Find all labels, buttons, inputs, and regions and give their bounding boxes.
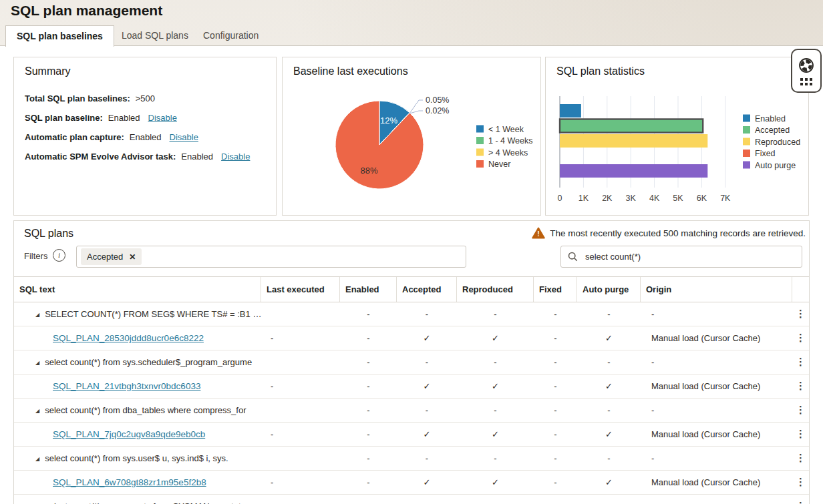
cell-reproduced: ✓ bbox=[457, 477, 534, 487]
x-tick-label: 3K bbox=[626, 194, 637, 203]
row-actions-menu-icon[interactable]: ⋮ bbox=[796, 477, 806, 487]
legend-item[interactable]: Accepted bbox=[743, 125, 790, 135]
baseline-last-executions-pie-chart: 12%88%0.05%0.02%< 1 Week1 - 4 Weeks> 4 W… bbox=[283, 57, 540, 214]
expand-row-icon[interactable]: ◢ bbox=[35, 312, 39, 318]
search-box bbox=[560, 246, 802, 268]
pie-value-label: 12% bbox=[380, 115, 397, 125]
column-header-enabled[interactable]: Enabled bbox=[340, 277, 397, 302]
cell-origin: Manual load (Cursor Cache) bbox=[641, 381, 792, 391]
legend-label: 1 - 4 Weeks bbox=[488, 136, 532, 146]
legend-label: Reproduced bbox=[755, 138, 800, 147]
cell-reproduced: - bbox=[457, 501, 534, 504]
cell-reproduced: ✓ bbox=[457, 333, 534, 343]
tab-configuration[interactable]: Configuration bbox=[192, 25, 269, 46]
records-warning: ! The most recently executed 500 matchin… bbox=[532, 227, 806, 239]
cell-last-executed: - bbox=[261, 477, 340, 487]
legend-label: Accepted bbox=[755, 125, 790, 135]
plan-baseline-link[interactable]: SQL_PLAN_6w708gt88zr1m95e5f2b8 bbox=[53, 477, 206, 487]
cell-auto-purge: - bbox=[577, 357, 641, 367]
row-actions-menu-icon[interactable]: ⋮ bbox=[796, 429, 806, 439]
cell-auto-purge: ✓ bbox=[577, 381, 641, 391]
bar-auto-purge[interactable] bbox=[560, 164, 707, 178]
column-header-actions bbox=[792, 277, 809, 302]
bar-accepted[interactable] bbox=[560, 119, 703, 133]
legend-item[interactable]: > 4 Weeks bbox=[476, 148, 528, 158]
legend-item[interactable]: < 1 Week bbox=[476, 125, 524, 134]
cell-actions: ⋮ bbox=[792, 333, 809, 343]
disable-link[interactable]: Disable bbox=[170, 132, 198, 142]
group-sql-text: SELECT COUNT(*) FROM SEG$ WHERE TS# = :B… bbox=[45, 309, 261, 319]
chip-close-icon[interactable]: ✕ bbox=[129, 252, 136, 262]
summary-row-label: Automatic plan capture: bbox=[25, 132, 124, 142]
tab-load-sql-plans[interactable]: Load SQL plans bbox=[111, 25, 199, 46]
cell-enabled: - bbox=[340, 501, 397, 504]
life-ring-icon bbox=[798, 57, 815, 74]
cell-actions: ⋮ bbox=[792, 477, 809, 487]
svg-text:!: ! bbox=[538, 230, 540, 238]
legend-item[interactable]: Reproduced bbox=[743, 138, 800, 147]
cell-sql-text: ◢select count(*) from sys.user$ u, sys.i… bbox=[14, 453, 261, 463]
column-header-sql-text[interactable]: SQL text bbox=[14, 277, 261, 302]
legend-swatch bbox=[476, 137, 484, 144]
column-header-origin[interactable]: Origin bbox=[641, 277, 792, 302]
row-actions-menu-icon[interactable]: ⋮ bbox=[796, 309, 806, 319]
column-header-last-executed[interactable]: Last executed bbox=[261, 277, 340, 302]
row-actions-menu-icon[interactable]: ⋮ bbox=[796, 405, 806, 415]
legend-label: Enabled bbox=[755, 114, 786, 123]
plan-baseline-link[interactable]: SQL_PLAN_7jq0c2ugv8a9qde9eb0cb bbox=[53, 429, 205, 439]
pie-slice-3[interactable] bbox=[335, 101, 424, 189]
expand-row-icon[interactable]: ◢ bbox=[35, 456, 39, 462]
legend-item[interactable]: Auto purge bbox=[743, 161, 796, 170]
cell-auto-purge: - bbox=[577, 405, 641, 415]
legend-swatch bbox=[743, 126, 750, 134]
expand-row-icon[interactable]: ◢ bbox=[35, 360, 39, 366]
table-row: ◢SELECT COUNT(*) FROM SEG$ WHERE TS# = :… bbox=[14, 302, 809, 326]
cell-accepted: - bbox=[397, 357, 457, 367]
summary-row-3: Automatic SPM Evolve Advisor task:Enable… bbox=[14, 152, 276, 162]
row-actions-menu-icon[interactable]: ⋮ bbox=[796, 453, 806, 463]
legend-item[interactable]: 1 - 4 Weeks bbox=[476, 136, 532, 146]
row-actions-menu-icon[interactable]: ⋮ bbox=[796, 357, 806, 367]
search-input[interactable] bbox=[584, 251, 795, 262]
row-actions-menu-icon[interactable]: ⋮ bbox=[796, 381, 806, 391]
group-sql-text: select count(*) from sys.scheduler$_prog… bbox=[45, 357, 252, 367]
plan-baseline-link[interactable]: SQL_PLAN_28530jddd8ucr0e6c8222 bbox=[53, 333, 204, 343]
cell-last-executed: - bbox=[261, 333, 340, 343]
cell-actions: ⋮ bbox=[792, 357, 809, 367]
cell-origin: Manual load (Cursor Cache) bbox=[641, 429, 792, 439]
column-header-auto-purge[interactable]: Auto purge bbox=[577, 277, 641, 302]
legend-item[interactable]: Never bbox=[476, 160, 510, 169]
legend-item[interactable]: Fixed bbox=[743, 149, 776, 158]
summary-row-value: >500 bbox=[136, 93, 155, 103]
row-actions-menu-icon[interactable]: ⋮ bbox=[796, 501, 806, 504]
cell-actions: ⋮ bbox=[792, 501, 809, 504]
group-sql-text: select count(*) num_agents from SYSMAN.m… bbox=[45, 501, 257, 504]
legend-item[interactable]: Enabled bbox=[743, 114, 786, 123]
cell-reproduced: - bbox=[457, 309, 534, 319]
bar-enabled[interactable] bbox=[560, 104, 581, 117]
info-icon[interactable]: i bbox=[53, 249, 65, 262]
cell-auto-purge: ✓ bbox=[577, 333, 641, 343]
column-header-reproduced[interactable]: Reproduced bbox=[457, 277, 534, 302]
cell-fixed: - bbox=[534, 357, 577, 367]
tab-sql-plan-baselines[interactable]: SQL plan baselines bbox=[5, 25, 114, 47]
column-header-accepted[interactable]: Accepted bbox=[397, 277, 457, 302]
expand-row-icon[interactable]: ◢ bbox=[35, 408, 39, 414]
legend-swatch bbox=[743, 150, 750, 157]
cell-accepted: ✓ bbox=[397, 381, 457, 391]
cell-auto-purge: ✓ bbox=[577, 429, 641, 439]
group-sql-text: select count(*) from dba_tables where co… bbox=[45, 405, 246, 415]
cell-enabled: - bbox=[340, 357, 397, 367]
bar-reproduced[interactable] bbox=[560, 134, 707, 148]
summary-row-value: Enabled bbox=[130, 132, 162, 142]
floating-tools-button[interactable] bbox=[791, 49, 822, 93]
disable-link[interactable]: Disable bbox=[148, 113, 177, 123]
plan-baseline-link[interactable]: SQL_PLAN_21vtbgh3txnvr0bdc6033 bbox=[53, 381, 200, 391]
summary-row-value: Enabled bbox=[108, 113, 140, 123]
filter-input[interactable]: Accepted ✕ bbox=[76, 246, 466, 268]
filter-chip-accepted[interactable]: Accepted ✕ bbox=[81, 248, 142, 265]
column-header-fixed[interactable]: Fixed bbox=[534, 277, 577, 302]
disable-link[interactable]: Disable bbox=[221, 152, 250, 162]
legend-swatch bbox=[743, 162, 750, 169]
row-actions-menu-icon[interactable]: ⋮ bbox=[796, 333, 806, 343]
